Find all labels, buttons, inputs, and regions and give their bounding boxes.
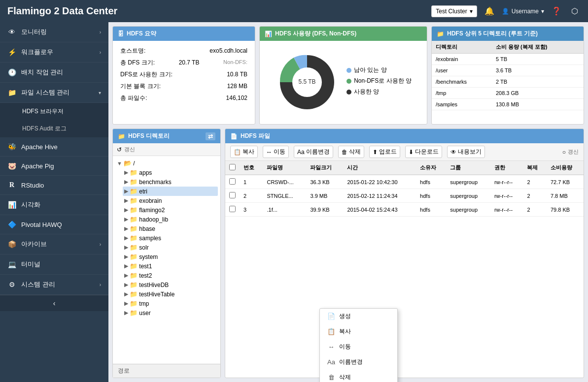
row-checkbox[interactable] (225, 203, 240, 217)
tree-item-test1[interactable]: ▶ 📁 test1 (123, 261, 218, 271)
tree-item-solr[interactable]: ▶ 📁 solr (123, 243, 218, 252)
tree-item-hadoop-lib[interactable]: ▶ 📁 hadoop_lib (123, 215, 218, 224)
sidebar-item-hdfs-audit[interactable]: HDFS Audit 로그 (15, 120, 108, 137)
download-button[interactable]: ⬇ 다운로드 (405, 146, 442, 158)
col-owner: 소유자 (416, 161, 446, 175)
expand-icon: ▶ (124, 188, 128, 194)
dir-cell: /benchmarks (432, 76, 492, 88)
chevron-right-icon: › (100, 50, 101, 55)
sidebar-item-filesystem[interactable]: 📁 파일 시스템 관리 ▾ (0, 83, 108, 103)
files-refresh-btn[interactable]: 갱신 (568, 148, 579, 156)
download-label: 다운로드 (415, 148, 439, 156)
tree-item-root[interactable]: ▼ 📂 / (115, 159, 218, 168)
select-all-checkbox[interactable] (229, 164, 236, 170)
row-checkbox[interactable] (225, 189, 240, 203)
expand-icon: ▶ (124, 244, 128, 251)
rstudio-icon: R (7, 181, 16, 189)
tree-item-tmp[interactable]: ▶ 📁 tmp (123, 299, 218, 308)
row-filename: STNGLE... (263, 189, 306, 203)
tree-item-system[interactable]: ▶ 📁 system (123, 252, 218, 261)
sidebar-item-hive[interactable]: 🐝 Apache Hive (0, 137, 108, 157)
delete-button[interactable]: 🗑 삭제 (338, 146, 364, 158)
table-row[interactable]: 3 .1f... 39.9 KB 2015-04-02 15:24:43 hdf… (225, 203, 584, 217)
tree-item-samples[interactable]: ▶ 📁 samples (123, 233, 218, 243)
row-checkbox[interactable] (225, 175, 240, 189)
compress-icon[interactable]: ⇄ (206, 132, 215, 140)
refresh-icon: ↺ (117, 146, 122, 153)
sidebar-item-pig[interactable]: 🐷 Apache Pig (0, 157, 108, 176)
context-menu-item[interactable]: 📄생성 (320, 309, 397, 324)
context-menu-item[interactable]: Aa이름변경 (320, 354, 397, 370)
trash-icon: 🗑 (342, 149, 347, 156)
hdfs-dir-header: 📁 HDFS 디렉토리 ⇄ (113, 129, 220, 143)
row-num: 1 (240, 175, 263, 189)
sidebar-item-monitor[interactable]: 👁 모니터링 › (0, 22, 108, 42)
sidebar-label: 파일 시스템 관리 (21, 88, 69, 97)
context-menu-item[interactable]: 🗑삭제 (320, 370, 397, 382)
copy-button[interactable]: 📋 복사 (230, 146, 258, 158)
sidebar-item-rstudio[interactable]: R RStudio (0, 176, 108, 195)
tree-label: test1 (138, 263, 152, 270)
sidebar-item-workflow[interactable]: ⚡ 워크플로우 › (0, 42, 108, 63)
row-size: 3.9 MB (306, 189, 343, 203)
row-size: 36.3 KB (306, 175, 343, 189)
tree-item-testHiveDB[interactable]: ▶ 📁 testHiveDB (123, 280, 218, 289)
sidebar-item-sysadmin[interactable]: ⚙ 시스템 관리 › (0, 275, 108, 295)
tree-item-apps[interactable]: ▶ 📁 apps (123, 168, 218, 177)
sidebar-label: 시스템 관리 (21, 280, 55, 289)
tree-item-benchmarks[interactable]: ▶ 📁 benchmarks (123, 177, 218, 187)
tree-item-testHiveTable[interactable]: ▶ 📁 testHiveTable (123, 289, 218, 299)
bottom-panels: 📁 HDFS 디렉토리 ⇄ ↺ 갱신 ▼ 📂 / (112, 128, 584, 378)
tree-item-user[interactable]: ▶ 📁 user (123, 308, 218, 318)
row-time: 2015-04-02 15:24:43 (343, 203, 416, 217)
menu-item-icon: 📋 (327, 328, 335, 335)
hdfs-usage-title: HDFS 사용량 (DFS, Non-DFS) (275, 30, 356, 38)
sidebar-label: Pivotal HAWQ (21, 221, 62, 228)
files-data-table: 번호 파일명 파일크기 시간 소유자 그룹 권한 복제 소비용량 (225, 161, 584, 217)
sidebar-item-visual[interactable]: 📊 시각화 (0, 195, 108, 215)
usage-cell: 5 TB (492, 54, 584, 65)
menu-item-icon: ↔ (327, 343, 335, 350)
sidebar-item-hdfs-browser[interactable]: HDFS 브라우저 (15, 103, 108, 120)
tree-item-flamingo2[interactable]: ▶ 📁 flamingo2 (123, 205, 218, 215)
expand-icon: ▶ (124, 272, 128, 279)
cluster-selector[interactable]: Test Cluster ▾ (431, 5, 477, 17)
expand-icon: ▶ (124, 310, 128, 316)
tree-item-etri[interactable]: ▶ 📁 etri (123, 187, 218, 196)
chevron-down-icon: ▾ (470, 8, 473, 15)
sidebar-item-hawq[interactable]: 🔷 Pivotal HAWQ (0, 215, 108, 234)
context-menu-item[interactable]: 📋복사 (320, 324, 397, 339)
sidebar-item-terminal[interactable]: 💻 터미널 (0, 255, 108, 275)
folder-icon: 📁 (130, 225, 138, 232)
dir-cell: /tmp (432, 88, 492, 99)
expand-icon: ▼ (117, 160, 122, 166)
context-menu-item[interactable]: ↔이동 (320, 339, 397, 354)
dir-refresh-btn[interactable]: 갱신 (124, 146, 135, 153)
tree-label: hadoop_lib (138, 216, 168, 223)
table-row[interactable]: 2 STNGLE... 3.9 MB 2015-02-12 11:24:34 h… (225, 189, 584, 203)
sidebar-item-archive[interactable]: 📦 아카이브 › (0, 234, 108, 255)
upload-button[interactable]: ⬆ 업로드 (369, 146, 400, 158)
apps-icon[interactable]: ⬡ (569, 4, 581, 18)
usage-cell: 2 TB (492, 76, 584, 88)
dir-tree[interactable]: ▼ 📂 / ▶ 📁 apps ▶ 📁 benchm (113, 156, 220, 364)
table-row[interactable]: 1 CRSWD-... 36.3 KB 2015-01-22 10:42:30 … (225, 175, 584, 189)
col-usage: 소비용량 (547, 161, 584, 175)
tree-item-hbase[interactable]: ▶ 📁 hbase (123, 224, 218, 233)
hostname-label: 호스트명: (120, 45, 145, 57)
user-menu[interactable]: 👤 Username ▾ (502, 8, 544, 15)
help-icon[interactable]: ❓ (549, 4, 564, 18)
bell-icon[interactable]: 🔔 (482, 4, 497, 18)
sidebar-collapse-btn[interactable]: ‹ (0, 295, 108, 311)
dir-cell: /samples (432, 99, 492, 110)
tree-item-test2[interactable]: ▶ 📁 test2 (123, 271, 218, 280)
tree-item-exobrain[interactable]: ▶ 📁 exobrain (123, 196, 218, 205)
hive-icon: 🐝 (7, 143, 16, 151)
sidebar-item-batch[interactable]: 🕐 배치 작업 관리 (0, 63, 108, 83)
view-button[interactable]: 👁 내용보기 (447, 146, 485, 158)
move-button[interactable]: ↔ 이동 (263, 146, 289, 158)
rename-button[interactable]: Aa 이름변경 (294, 146, 333, 158)
expand-icon: ▶ (124, 254, 128, 260)
view-label: 내용보기 (458, 148, 482, 156)
menu-item-icon: Aa (327, 358, 335, 366)
